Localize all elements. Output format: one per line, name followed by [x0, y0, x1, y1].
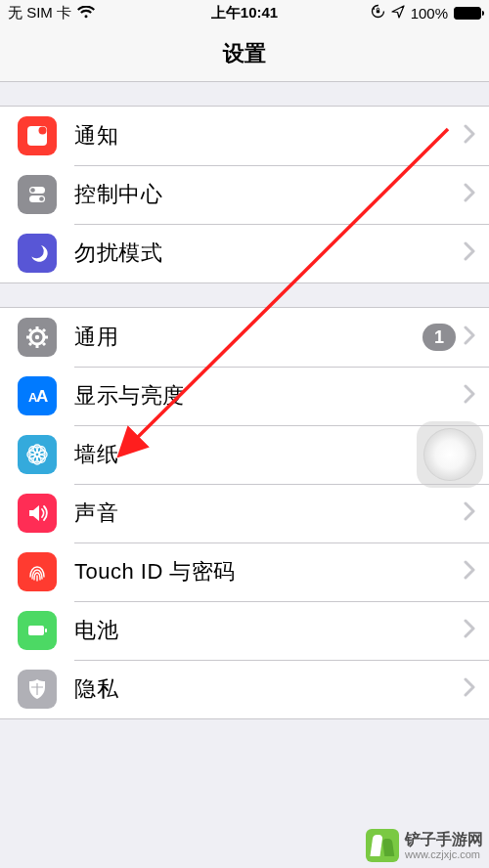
row-label: 显示与亮度: [74, 381, 456, 411]
svg-point-5: [30, 188, 35, 193]
wifi-icon: [77, 5, 95, 22]
row-general[interactable]: 通用 1: [0, 308, 489, 367]
row-touch-id[interactable]: Touch ID 与密码: [0, 542, 489, 601]
settings-group-1: 通知 控制中心 勿扰模式: [0, 106, 489, 283]
display-icon: AA: [18, 376, 57, 415]
row-label: Touch ID 与密码: [74, 557, 456, 586]
row-label: 通知: [74, 121, 456, 151]
page-title: 设置: [223, 39, 266, 68]
location-icon: [391, 5, 405, 22]
row-label: 勿扰模式: [74, 239, 456, 268]
nav-header: 设置: [0, 25, 489, 82]
row-label: 通用: [74, 323, 422, 352]
battery-icon: [454, 7, 481, 20]
battery-percent: 100%: [411, 5, 448, 22]
assistive-touch-ring: [423, 428, 476, 481]
watermark-logo-icon: [366, 829, 399, 862]
group-gap: [0, 82, 489, 106]
watermark-name: 铲子手游网: [405, 831, 483, 848]
svg-point-7: [39, 196, 44, 201]
privacy-icon: [18, 670, 57, 709]
general-icon: [18, 318, 57, 357]
group-gap: [0, 283, 489, 307]
row-privacy[interactable]: 隐私: [0, 660, 489, 718]
row-control-center[interactable]: 控制中心: [0, 165, 489, 224]
svg-point-9: [35, 335, 39, 339]
row-display-brightness[interactable]: AA 显示与亮度: [0, 367, 489, 425]
chevron-right-icon: [464, 501, 475, 525]
row-label: 电池: [74, 616, 456, 645]
status-bar: 无 SIM 卡 上午10:41 100%: [0, 0, 489, 25]
svg-point-3: [39, 127, 47, 135]
svg-line-14: [29, 329, 31, 331]
svg-line-16: [29, 343, 31, 345]
chevron-right-icon: [464, 326, 475, 349]
chevron-right-icon: [464, 560, 475, 584]
notification-badge: 1: [422, 324, 456, 351]
svg-line-17: [43, 329, 45, 331]
rotation-lock-icon: [371, 4, 385, 22]
svg-rect-29: [28, 626, 44, 635]
sound-icon: [18, 494, 57, 533]
row-do-not-disturb[interactable]: 勿扰模式: [0, 224, 489, 282]
svg-text:A: A: [36, 387, 48, 406]
row-battery[interactable]: 电池: [0, 601, 489, 660]
row-label: 控制中心: [74, 180, 456, 209]
notifications-icon: [18, 116, 57, 155]
dnd-icon: [18, 234, 57, 273]
chevron-right-icon: [464, 183, 475, 206]
row-notifications[interactable]: 通知: [0, 107, 489, 165]
chevron-right-icon: [464, 384, 475, 408]
status-left: 无 SIM 卡: [8, 4, 95, 22]
watermark-text: 铲子手游网 www.czjxjc.com: [405, 831, 483, 860]
carrier-text: 无 SIM 卡: [8, 4, 71, 22]
assistive-touch-button[interactable]: [417, 421, 483, 488]
battery-row-icon: [18, 611, 57, 650]
svg-rect-1: [376, 10, 378, 13]
svg-rect-30: [45, 629, 47, 632]
chevron-right-icon: [464, 677, 475, 701]
watermark: 铲子手游网 www.czjxjc.com: [366, 829, 483, 862]
chevron-right-icon: [464, 619, 475, 642]
touch-id-icon: [18, 552, 57, 591]
watermark-url: www.czjxjc.com: [405, 848, 483, 860]
wallpaper-icon: [18, 435, 57, 474]
svg-line-15: [43, 343, 45, 345]
chevron-right-icon: [464, 124, 475, 148]
row-label: 隐私: [74, 674, 456, 704]
chevron-right-icon: [464, 241, 475, 265]
status-time: 上午10:41: [211, 4, 278, 22]
control-center-icon: [18, 175, 57, 214]
row-label: 声音: [74, 499, 456, 528]
row-wallpaper[interactable]: 墙纸: [0, 425, 489, 484]
row-label: 墙纸: [74, 440, 456, 469]
row-sound[interactable]: 声音: [0, 484, 489, 542]
status-right: 100%: [371, 4, 481, 22]
settings-group-2: 通用 1 AA 显示与亮度 墙纸 声音: [0, 307, 489, 719]
